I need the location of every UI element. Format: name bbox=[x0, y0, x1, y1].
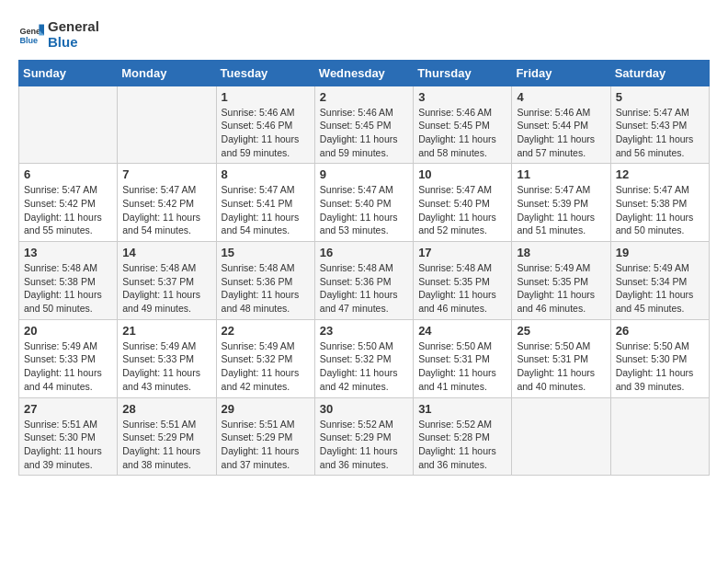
day-number: 9 bbox=[320, 167, 408, 181]
day-info: Sunrise: 5:46 AM Sunset: 5:45 PM Dayligh… bbox=[320, 106, 408, 160]
calendar-cell: 14Sunrise: 5:48 AM Sunset: 5:37 PM Dayli… bbox=[118, 242, 216, 320]
day-info: Sunrise: 5:50 AM Sunset: 5:31 PM Dayligh… bbox=[418, 339, 506, 394]
day-number: 3 bbox=[418, 90, 506, 104]
logo: General Blue General Blue bbox=[18, 18, 99, 51]
day-number: 20 bbox=[24, 324, 112, 338]
calendar-cell: 29Sunrise: 5:51 AM Sunset: 5:29 PM Dayli… bbox=[216, 397, 314, 476]
day-header-saturday: Saturday bbox=[610, 60, 709, 86]
page-header: General Blue General Blue bbox=[18, 18, 710, 51]
day-header-tuesday: Tuesday bbox=[216, 60, 314, 86]
calendar-cell: 2Sunrise: 5:46 AM Sunset: 5:45 PM Daylig… bbox=[314, 86, 413, 164]
day-number: 8 bbox=[222, 167, 310, 181]
day-number: 11 bbox=[517, 167, 605, 181]
calendar-cell: 30Sunrise: 5:52 AM Sunset: 5:29 PM Dayli… bbox=[314, 397, 413, 476]
day-info: Sunrise: 5:50 AM Sunset: 5:30 PM Dayligh… bbox=[616, 339, 704, 394]
calendar-cell: 22Sunrise: 5:49 AM Sunset: 5:32 PM Dayli… bbox=[216, 319, 314, 397]
day-number: 28 bbox=[122, 402, 210, 416]
day-info: Sunrise: 5:47 AM Sunset: 5:43 PM Dayligh… bbox=[616, 106, 704, 160]
day-info: Sunrise: 5:51 AM Sunset: 5:29 PM Dayligh… bbox=[222, 418, 310, 472]
day-info: Sunrise: 5:50 AM Sunset: 5:31 PM Dayligh… bbox=[517, 339, 605, 394]
day-info: Sunrise: 5:47 AM Sunset: 5:38 PM Dayligh… bbox=[616, 183, 704, 237]
day-number: 2 bbox=[320, 90, 408, 104]
day-number: 1 bbox=[222, 90, 310, 104]
day-number: 15 bbox=[222, 246, 310, 259]
day-info: Sunrise: 5:51 AM Sunset: 5:29 PM Dayligh… bbox=[122, 418, 210, 472]
day-info: Sunrise: 5:47 AM Sunset: 5:40 PM Dayligh… bbox=[418, 183, 506, 237]
day-number: 21 bbox=[122, 324, 210, 338]
day-header-thursday: Thursday bbox=[414, 60, 512, 86]
day-number: 4 bbox=[517, 90, 605, 104]
day-number: 25 bbox=[517, 324, 605, 338]
calendar-table: SundayMondayTuesdayWednesdayThursdayFrid… bbox=[18, 60, 710, 477]
day-number: 6 bbox=[24, 167, 112, 181]
calendar-cell: 20Sunrise: 5:49 AM Sunset: 5:33 PM Dayli… bbox=[19, 319, 118, 397]
general-blue-logo-icon: General Blue bbox=[18, 21, 44, 47]
day-info: Sunrise: 5:52 AM Sunset: 5:28 PM Dayligh… bbox=[418, 418, 506, 472]
day-info: Sunrise: 5:51 AM Sunset: 5:30 PM Dayligh… bbox=[24, 418, 112, 472]
day-number: 10 bbox=[418, 167, 506, 181]
calendar-cell: 4Sunrise: 5:46 AM Sunset: 5:44 PM Daylig… bbox=[512, 86, 610, 164]
day-info: Sunrise: 5:46 AM Sunset: 5:45 PM Dayligh… bbox=[418, 106, 506, 160]
calendar-cell: 18Sunrise: 5:49 AM Sunset: 5:35 PM Dayli… bbox=[512, 242, 610, 320]
day-number: 14 bbox=[122, 246, 210, 259]
day-info: Sunrise: 5:47 AM Sunset: 5:41 PM Dayligh… bbox=[222, 183, 310, 237]
calendar-cell: 5Sunrise: 5:47 AM Sunset: 5:43 PM Daylig… bbox=[610, 86, 709, 164]
day-info: Sunrise: 5:46 AM Sunset: 5:46 PM Dayligh… bbox=[222, 106, 310, 160]
calendar-week-row: 6Sunrise: 5:47 AM Sunset: 5:42 PM Daylig… bbox=[19, 164, 710, 242]
calendar-header-row: SundayMondayTuesdayWednesdayThursdayFrid… bbox=[19, 60, 710, 86]
calendar-cell: 28Sunrise: 5:51 AM Sunset: 5:29 PM Dayli… bbox=[118, 397, 216, 476]
day-header-sunday: Sunday bbox=[19, 60, 118, 86]
calendar-cell: 31Sunrise: 5:52 AM Sunset: 5:28 PM Dayli… bbox=[414, 397, 512, 476]
calendar-cell: 12Sunrise: 5:47 AM Sunset: 5:38 PM Dayli… bbox=[610, 164, 709, 242]
logo-blue-text: Blue bbox=[48, 34, 99, 50]
day-info: Sunrise: 5:48 AM Sunset: 5:37 PM Dayligh… bbox=[122, 261, 210, 316]
day-number: 19 bbox=[616, 246, 704, 259]
day-number: 27 bbox=[24, 402, 112, 416]
day-info: Sunrise: 5:49 AM Sunset: 5:35 PM Dayligh… bbox=[517, 261, 605, 316]
day-number: 29 bbox=[222, 402, 310, 416]
calendar-cell: 25Sunrise: 5:50 AM Sunset: 5:31 PM Dayli… bbox=[512, 319, 610, 397]
day-info: Sunrise: 5:52 AM Sunset: 5:29 PM Dayligh… bbox=[320, 418, 408, 472]
day-number: 16 bbox=[320, 246, 408, 259]
day-header-monday: Monday bbox=[118, 60, 216, 86]
day-info: Sunrise: 5:48 AM Sunset: 5:36 PM Dayligh… bbox=[320, 261, 408, 316]
calendar-cell: 19Sunrise: 5:49 AM Sunset: 5:34 PM Dayli… bbox=[610, 242, 709, 320]
calendar-week-row: 1Sunrise: 5:46 AM Sunset: 5:46 PM Daylig… bbox=[19, 86, 710, 164]
calendar-cell: 9Sunrise: 5:47 AM Sunset: 5:40 PM Daylig… bbox=[314, 164, 413, 242]
calendar-cell: 11Sunrise: 5:47 AM Sunset: 5:39 PM Dayli… bbox=[512, 164, 610, 242]
day-header-wednesday: Wednesday bbox=[314, 60, 413, 86]
day-header-friday: Friday bbox=[512, 60, 610, 86]
day-number: 31 bbox=[418, 402, 506, 416]
calendar-week-row: 27Sunrise: 5:51 AM Sunset: 5:30 PM Dayli… bbox=[19, 397, 710, 476]
day-info: Sunrise: 5:47 AM Sunset: 5:42 PM Dayligh… bbox=[122, 183, 210, 237]
calendar-cell: 1Sunrise: 5:46 AM Sunset: 5:46 PM Daylig… bbox=[216, 86, 314, 164]
day-info: Sunrise: 5:49 AM Sunset: 5:33 PM Dayligh… bbox=[24, 339, 112, 394]
day-info: Sunrise: 5:47 AM Sunset: 5:40 PM Dayligh… bbox=[320, 183, 408, 237]
day-info: Sunrise: 5:48 AM Sunset: 5:36 PM Dayligh… bbox=[222, 261, 310, 316]
calendar-cell: 21Sunrise: 5:49 AM Sunset: 5:33 PM Dayli… bbox=[118, 319, 216, 397]
calendar-cell bbox=[610, 397, 709, 476]
calendar-cell: 3Sunrise: 5:46 AM Sunset: 5:45 PM Daylig… bbox=[414, 86, 512, 164]
day-info: Sunrise: 5:46 AM Sunset: 5:44 PM Dayligh… bbox=[517, 106, 605, 160]
calendar-cell: 10Sunrise: 5:47 AM Sunset: 5:40 PM Dayli… bbox=[414, 164, 512, 242]
calendar-cell: 24Sunrise: 5:50 AM Sunset: 5:31 PM Dayli… bbox=[414, 319, 512, 397]
day-info: Sunrise: 5:50 AM Sunset: 5:32 PM Dayligh… bbox=[320, 339, 408, 394]
day-number: 30 bbox=[320, 402, 408, 416]
calendar-cell bbox=[118, 86, 216, 164]
day-info: Sunrise: 5:47 AM Sunset: 5:39 PM Dayligh… bbox=[517, 183, 605, 237]
calendar-cell: 15Sunrise: 5:48 AM Sunset: 5:36 PM Dayli… bbox=[216, 242, 314, 320]
calendar-cell: 26Sunrise: 5:50 AM Sunset: 5:30 PM Dayli… bbox=[610, 319, 709, 397]
day-number: 24 bbox=[418, 324, 506, 338]
day-number: 7 bbox=[122, 167, 210, 181]
calendar-cell: 13Sunrise: 5:48 AM Sunset: 5:38 PM Dayli… bbox=[19, 242, 118, 320]
day-number: 26 bbox=[616, 324, 704, 338]
day-number: 17 bbox=[418, 246, 506, 259]
calendar-cell bbox=[19, 86, 118, 164]
calendar-cell: 7Sunrise: 5:47 AM Sunset: 5:42 PM Daylig… bbox=[118, 164, 216, 242]
day-info: Sunrise: 5:47 AM Sunset: 5:42 PM Dayligh… bbox=[24, 183, 112, 237]
calendar-cell: 17Sunrise: 5:48 AM Sunset: 5:35 PM Dayli… bbox=[414, 242, 512, 320]
day-number: 12 bbox=[616, 167, 704, 181]
day-number: 13 bbox=[24, 246, 112, 259]
day-info: Sunrise: 5:49 AM Sunset: 5:34 PM Dayligh… bbox=[616, 261, 704, 316]
day-info: Sunrise: 5:49 AM Sunset: 5:33 PM Dayligh… bbox=[122, 339, 210, 394]
